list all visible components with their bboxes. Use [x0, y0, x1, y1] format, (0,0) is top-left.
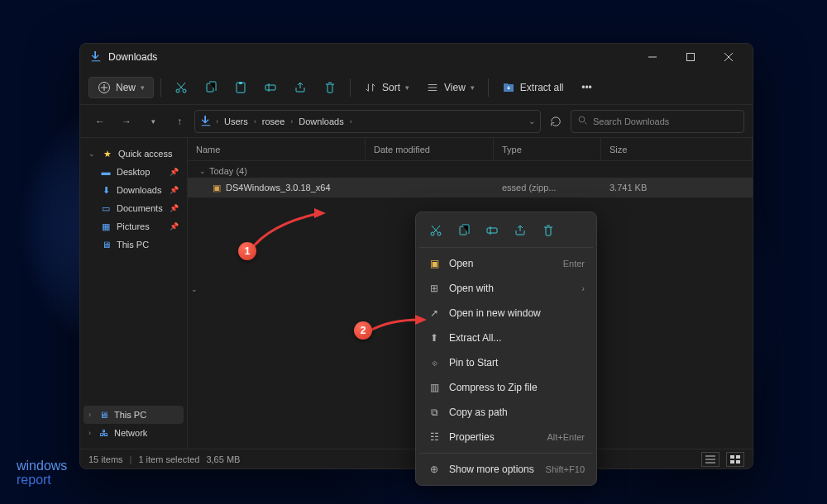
- paste-icon: [234, 81, 247, 94]
- plus-circle-icon: [98, 81, 111, 94]
- refresh-button[interactable]: [544, 110, 567, 133]
- downloads-icon: ⬇: [100, 184, 112, 196]
- sidebar-label: Network: [114, 428, 179, 438]
- sidebar-item-label: This PC: [117, 240, 179, 250]
- properties-icon: ☷: [428, 430, 441, 444]
- delete-button[interactable]: [317, 77, 343, 98]
- ctx-extract-all[interactable]: ⬆Extract All...: [419, 326, 593, 350]
- more-icon: •••: [581, 81, 594, 94]
- sidebar-item-thispc[interactable]: 🖥This PC: [84, 235, 184, 254]
- svg-point-13: [431, 232, 434, 235]
- sidebar-item-documents[interactable]: ▭Documents📌: [84, 199, 184, 217]
- cut-icon: [174, 81, 188, 94]
- more-icon: ⊕: [428, 463, 441, 476]
- ctx-share-button[interactable]: [507, 219, 533, 242]
- search-input[interactable]: Search Downloads: [571, 110, 744, 133]
- breadcrumb-chevron: ›: [213, 117, 221, 126]
- cut-button[interactable]: [168, 77, 194, 98]
- minimize-button[interactable]: [633, 44, 672, 70]
- svg-rect-11: [730, 460, 734, 464]
- up-button[interactable]: ↑: [168, 110, 191, 133]
- address-bar[interactable]: › Users › rosee › Downloads › ⌄: [194, 110, 541, 133]
- status-selected: 1 item selected: [138, 454, 199, 464]
- ctx-pin-start[interactable]: ⟐Pin to Start: [419, 350, 593, 375]
- copy-icon: [204, 81, 218, 94]
- sort-label: Sort: [382, 82, 400, 93]
- breadcrumb-segment[interactable]: Downloads: [297, 116, 345, 126]
- ctx-copy-path[interactable]: ⧉Copy as path: [419, 400, 593, 425]
- downloads-icon: [200, 115, 212, 128]
- svg-point-8: [579, 116, 585, 122]
- paste-button[interactable]: [227, 77, 254, 98]
- sidebar-thispc[interactable]: ›🖥This PC: [84, 406, 184, 424]
- sidebar-item-downloads[interactable]: ⬇Downloads📌: [84, 181, 184, 199]
- sidebar-quick-access[interactable]: ⌄ ★ Quick access: [84, 145, 184, 163]
- file-row[interactable]: ▣DS4Windows_3.0.18_x64 essed (zipp... 3.…: [188, 178, 753, 197]
- share-button[interactable]: [287, 77, 313, 98]
- breadcrumb-segment[interactable]: rosee: [261, 116, 287, 126]
- extract-all-button[interactable]: Extract all: [495, 77, 571, 98]
- share-icon: [294, 81, 307, 94]
- chevron-down-icon: ▾: [471, 83, 475, 92]
- new-button[interactable]: New ▾: [88, 77, 154, 98]
- ctx-delete-button[interactable]: [535, 219, 562, 242]
- chevron-down-icon[interactable]: ⌄: [528, 116, 535, 126]
- ctx-new-window[interactable]: ↗Open in new window: [419, 301, 593, 326]
- sidebar-item-label: Documents: [117, 203, 165, 213]
- sort-button[interactable]: Sort ▾: [357, 77, 416, 98]
- chevron-right-icon: ›: [88, 411, 91, 419]
- sidebar-item-pictures[interactable]: ▦Pictures📌: [84, 217, 184, 235]
- breadcrumb-chevron: ›: [347, 117, 355, 126]
- context-quickactions: [419, 216, 593, 248]
- column-type[interactable]: Type: [494, 138, 601, 160]
- column-date[interactable]: Date modified: [366, 138, 494, 160]
- maximize-button[interactable]: [672, 44, 710, 70]
- chevron-down-icon: ⌄: [199, 167, 206, 175]
- details-view-button[interactable]: [701, 452, 719, 467]
- svg-rect-9: [730, 455, 734, 459]
- ctx-properties[interactable]: ☷PropertiesAlt+Enter: [419, 425, 593, 449]
- breadcrumb-segment[interactable]: Users: [222, 116, 250, 126]
- sidebar-network[interactable]: ›🖧Network: [84, 424, 184, 442]
- thumbnails-view-button[interactable]: [726, 452, 744, 467]
- recent-button[interactable]: ▾: [141, 110, 165, 133]
- close-button[interactable]: [710, 44, 748, 70]
- search-icon: [578, 116, 588, 127]
- window-title: Downloads: [108, 51, 633, 63]
- view-label: View: [444, 82, 466, 93]
- ctx-more-options[interactable]: ⊕Show more optionsShift+F10: [419, 457, 593, 482]
- svg-rect-12: [736, 460, 740, 464]
- ctx-rename-button[interactable]: [479, 219, 505, 242]
- documents-icon: ▭: [100, 202, 112, 214]
- sidebar-item-desktop[interactable]: ▬Desktop📌: [84, 163, 184, 181]
- column-size[interactable]: Size: [601, 138, 753, 160]
- forward-button[interactable]: →: [115, 110, 138, 133]
- downloads-icon: [90, 50, 102, 64]
- ctx-open[interactable]: ▣OpenEnter: [419, 251, 593, 276]
- status-items: 15 items: [88, 454, 123, 464]
- divider: [419, 453, 593, 454]
- group-header[interactable]: ⌄Today (4): [188, 161, 753, 178]
- annotation-arrow-2: [364, 313, 430, 338]
- ctx-copy-button[interactable]: [451, 219, 477, 242]
- annotation-badge-2: 2: [354, 321, 372, 340]
- ctx-open-with[interactable]: ⊞Open with›: [419, 276, 593, 301]
- back-button[interactable]: ←: [88, 110, 112, 133]
- svg-rect-6: [239, 82, 242, 84]
- rename-button[interactable]: [257, 77, 284, 98]
- ctx-compress[interactable]: ▥Compress to Zip file: [419, 375, 593, 400]
- pin-icon: ⟐: [428, 356, 441, 369]
- new-label: New: [116, 82, 136, 93]
- star-icon: ★: [102, 148, 113, 159]
- chevron-down-icon: ⌄: [191, 285, 198, 293]
- sidebar-item-label: Downloads: [117, 185, 165, 195]
- navbar: ← → ▾ ↑ › Users › rosee › Downloads › ⌄ …: [80, 105, 753, 138]
- ctx-cut-button[interactable]: [423, 219, 449, 242]
- column-name[interactable]: Name: [188, 138, 366, 160]
- more-button[interactable]: •••: [574, 77, 600, 98]
- svg-rect-7: [265, 85, 275, 90]
- view-button[interactable]: View ▾: [419, 77, 481, 98]
- copy-button[interactable]: [198, 77, 224, 98]
- column-headers: Name Date modified Type Size: [188, 138, 753, 161]
- sidebar-label: Quick access: [118, 149, 179, 159]
